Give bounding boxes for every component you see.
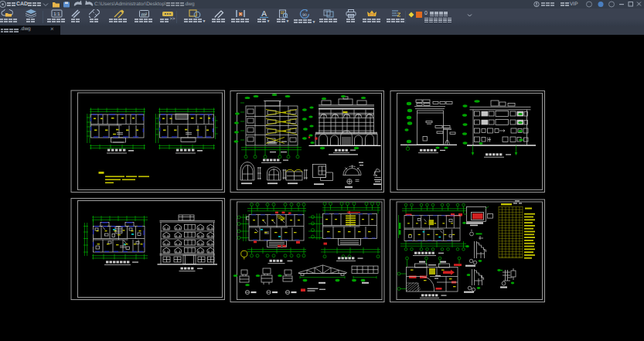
svg-text:m²: m² xyxy=(141,12,147,18)
svg-text:VIP: VIP xyxy=(370,13,373,16)
svg-text:90: 90 xyxy=(302,13,307,18)
